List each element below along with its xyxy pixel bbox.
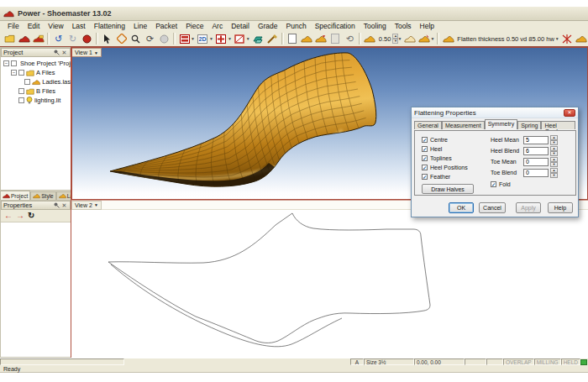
move-icon[interactable] (114, 33, 129, 45)
feather-checkbox-row[interactable]: ✓ Feather (422, 172, 474, 181)
tab-heel-grade[interactable]: Heel Grade (541, 121, 575, 129)
menu-punch[interactable]: Punch (282, 22, 311, 30)
apply-button[interactable]: Apply (516, 202, 541, 213)
tab-spring[interactable]: Spring (517, 121, 541, 129)
refit-mesh-icon[interactable] (560, 33, 575, 45)
tab-symmetry[interactable]: Symmetry (485, 119, 518, 129)
pin-icon[interactable] (53, 50, 60, 56)
open-last-icon[interactable] (17, 33, 31, 45)
toe-mean-spinner[interactable]: ▲▼ (550, 157, 558, 167)
tree-item-b-files[interactable]: B Files (3, 86, 71, 96)
heel-blend-spinner[interactable]: ▲▼ (550, 146, 558, 156)
menu-packet[interactable]: Packet (151, 22, 181, 30)
mesh-cross-dropdown[interactable]: ▼ (228, 36, 232, 41)
thickness-dropdown[interactable]: ▼ (397, 36, 402, 41)
view2-viewport[interactable]: View 2 ▼ (71, 200, 588, 358)
dialog-close-icon[interactable]: ✕ (564, 109, 575, 117)
menu-last[interactable]: Last (68, 22, 90, 30)
checkbox-checked[interactable]: ✓ (491, 181, 496, 187)
tree-item-root[interactable]: − Shoe Project 'Project1' (3, 59, 71, 68)
expander-icon[interactable]: − (3, 60, 9, 66)
tab-project[interactable]: Project (0, 191, 30, 200)
view1-tab[interactable]: View 1 ▼ (72, 48, 102, 57)
menu-tooling[interactable]: Tooling (360, 22, 391, 30)
next-arrow-icon[interactable]: → (16, 212, 24, 220)
new-sheet-icon[interactable] (286, 33, 300, 45)
redo-icon[interactable]: ↻ (66, 33, 80, 45)
surfaces-icon[interactable] (251, 33, 265, 45)
view1-dropdown-icon[interactable]: ▼ (94, 50, 98, 55)
heel-checkbox-row[interactable]: ✓ Heel (422, 144, 474, 154)
checkbox-checked[interactable]: ✓ (422, 155, 428, 161)
spring-heel-icon[interactable] (417, 33, 431, 45)
tab-general[interactable]: General (414, 121, 442, 129)
knife-icon[interactable] (265, 33, 280, 45)
view2-tab[interactable]: View 2 ▼ (71, 201, 102, 210)
fold-checkbox-row[interactable]: ✓ Fold (491, 180, 558, 189)
tree-item-a-files[interactable]: − A Files (3, 68, 71, 77)
ok-button[interactable]: OK (449, 202, 474, 213)
menu-edit[interactable]: Edit (24, 22, 45, 30)
dialog-title-bar[interactable]: Flattening Properties ✕ (412, 107, 578, 118)
checkbox[interactable] (18, 88, 24, 94)
menu-specification[interactable]: Specification (311, 22, 360, 30)
heel-mean-spinner[interactable]: ▲▼ (550, 135, 558, 145)
flatten-run-icon[interactable] (575, 33, 588, 45)
mesh-cross-icon[interactable] (214, 33, 228, 45)
close-icon[interactable]: ✕ (60, 50, 68, 56)
tree-item-lighting[interactable]: lighting.lit (3, 96, 71, 105)
flatten-shoe-icon[interactable] (441, 33, 455, 45)
flatten-2d-icon[interactable]: 2D (196, 33, 210, 45)
heel-blend-input[interactable] (523, 147, 549, 155)
undo-icon[interactable]: ↺ (51, 33, 66, 45)
menu-piece[interactable]: Piece (181, 22, 207, 30)
heel-positions-checkbox-row[interactable]: ✓ Heel Positions (422, 163, 474, 172)
toe-blend-spinner[interactable]: ▲▼ (550, 168, 558, 178)
checkbox-checked[interactable]: ✓ (422, 146, 428, 152)
toe-mean-input[interactable] (523, 158, 549, 166)
menu-tools[interactable]: Tools (391, 22, 416, 30)
cancel-button[interactable]: Cancel (479, 202, 506, 213)
mirror-last-icon[interactable] (314, 33, 328, 45)
toplines-checkbox-row[interactable]: ✓ Toplines (422, 154, 474, 163)
checkbox-checked[interactable]: ✓ (422, 165, 428, 170)
save-last-icon[interactable] (31, 33, 45, 45)
trim-box-dropdown[interactable]: ▼ (246, 36, 250, 41)
view2-dropdown-icon[interactable]: ▼ (94, 202, 98, 207)
sections-dropdown[interactable]: ▼ (191, 36, 195, 41)
select-cursor-icon[interactable] (100, 33, 114, 45)
tab-measurement[interactable]: Measurement (442, 121, 485, 129)
tab-style[interactable]: Style (30, 191, 55, 200)
help-button[interactable]: Help (548, 202, 573, 213)
rotate-view-icon[interactable]: ⟳ (143, 33, 157, 45)
menu-detail[interactable]: Detail (227, 22, 254, 30)
sections-icon[interactable] (177, 33, 192, 45)
refresh-icon[interactable]: ⟲ (343, 33, 357, 45)
tree-item-ladies[interactable]: Ladies.las (3, 77, 71, 86)
thickness-shoe-icon[interactable] (363, 33, 377, 45)
draw-halves-button[interactable]: Draw Halves (422, 184, 474, 194)
checkbox-checked[interactable]: ✓ (422, 174, 428, 180)
menu-flattening[interactable]: Flattening (90, 22, 129, 30)
menu-arc[interactable]: Arc (207, 22, 227, 30)
shade-sphere-icon[interactable] (157, 33, 171, 45)
centre-checkbox-row[interactable]: ✓ Centre (422, 135, 474, 144)
close-icon[interactable]: ✕ (60, 202, 68, 209)
spring-dropdown[interactable]: ▼ (430, 36, 434, 41)
spin-icon[interactable]: ↻ (28, 212, 34, 220)
menu-grade[interactable]: Grade (254, 22, 282, 30)
menu-help[interactable]: Help (416, 22, 438, 30)
open-project-icon[interactable] (3, 33, 17, 45)
flatten-2d-dropdown[interactable]: ▼ (209, 36, 213, 41)
zoom-icon[interactable] (129, 33, 143, 45)
heel-mean-input[interactable] (523, 136, 549, 144)
trim-box-icon[interactable] (233, 33, 247, 45)
checkbox[interactable] (24, 79, 30, 85)
sheet-grayed-icon[interactable] (328, 33, 343, 45)
prev-arrow-icon[interactable]: ← (4, 212, 13, 220)
pin-icon[interactable] (53, 202, 60, 209)
menu-view[interactable]: View (44, 22, 67, 30)
spring-toe-icon[interactable] (402, 33, 417, 45)
checkbox[interactable] (18, 97, 24, 103)
record-icon[interactable] (80, 33, 94, 45)
